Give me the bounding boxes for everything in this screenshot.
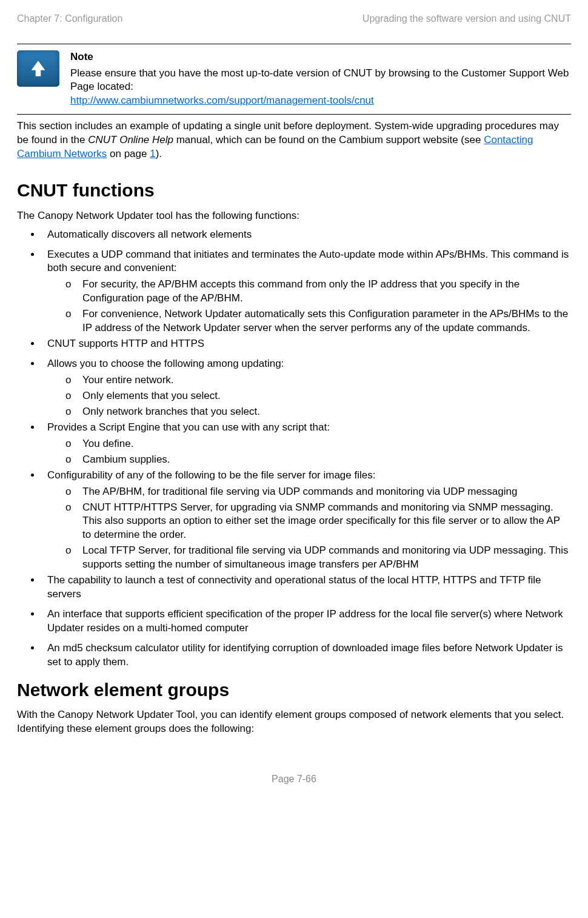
note-callout: Note Please ensure that you have the mos…: [17, 44, 571, 115]
intro-paragraph: This section includes an example of upda…: [17, 119, 571, 161]
note-icon: [17, 50, 59, 87]
sublist-item: You define.: [65, 437, 571, 451]
sublist-item: The AP/BHM, for traditional file serving…: [65, 485, 571, 499]
sublist: The AP/BHM, for traditional file serving…: [47, 485, 571, 572]
cnut-functions-heading: CNUT functions: [17, 178, 571, 203]
list-text: Executes a UDP command that initiates an…: [47, 249, 569, 274]
page-ref-link[interactable]: 1: [150, 148, 155, 159]
list-item: Allows you to choose the following among…: [41, 357, 571, 419]
sublist-item: CNUT HTTP/HTTPS Server, for upgrading vi…: [65, 501, 571, 543]
list-item: An interface that supports efficient spe…: [41, 608, 571, 635]
note-title: Note: [70, 50, 571, 64]
list-item: CNUT supports HTTP and HTTPS: [41, 337, 571, 351]
page-footer: Page 7-66: [17, 772, 571, 786]
intro-italic: CNUT Online Help: [88, 134, 173, 146]
list-item: The capability to launch a test of conne…: [41, 574, 571, 601]
header-left: Chapter 7: Configuration: [17, 12, 122, 25]
sublist-item: For convenience, Network Updater automat…: [65, 307, 571, 335]
note-body-line1: Please ensure that you have the most up-…: [70, 67, 571, 95]
sublist: You define. Cambium supplies.: [47, 437, 571, 467]
list-item: Configurability of any of the following …: [41, 469, 571, 572]
sublist-item: For security, the AP/BHM accepts this co…: [65, 278, 571, 306]
functions-list: Automatically discovers all network elem…: [17, 228, 571, 669]
list-text: Configurability of any of the following …: [47, 469, 375, 481]
list-text: Provides a Script Engine that you can us…: [47, 421, 330, 433]
sublist-item: Only network branches that you select.: [65, 405, 571, 419]
list-item: Automatically discovers all network elem…: [41, 228, 571, 242]
cnut-intro-text: The Canopy Network Updater tool has the …: [17, 209, 571, 223]
neg-intro-text: With the Canopy Network Updater Tool, yo…: [17, 708, 571, 736]
network-element-groups-heading: Network element groups: [17, 678, 571, 703]
intro-part4: ).: [156, 148, 162, 159]
note-link[interactable]: http://www.cambiumnetworks.com/support/m…: [70, 95, 374, 106]
sublist-item: Local TFTP Server, for traditional file …: [65, 544, 571, 572]
sublist: For security, the AP/BHM accepts this co…: [47, 278, 571, 335]
sublist-item: Your entire network.: [65, 374, 571, 387]
list-text: Allows you to choose the following among…: [47, 358, 284, 369]
note-content: Note Please ensure that you have the mos…: [70, 50, 571, 109]
list-item: Executes a UDP command that initiates an…: [41, 248, 571, 336]
intro-part3: on page: [107, 148, 150, 159]
list-item: Provides a Script Engine that you can us…: [41, 421, 571, 467]
intro-part2: manual, which can be found on the Cambiu…: [173, 134, 484, 146]
sublist-item: Cambium supplies.: [65, 453, 571, 467]
header-right: Upgrading the software version and using…: [362, 12, 571, 25]
sublist: Your entire network. Only elements that …: [47, 374, 571, 419]
page-header: Chapter 7: Configuration Upgrading the s…: [17, 12, 571, 25]
sublist-item: Only elements that you select.: [65, 389, 571, 403]
list-item: An md5 checksum calculator utility for i…: [41, 642, 571, 669]
